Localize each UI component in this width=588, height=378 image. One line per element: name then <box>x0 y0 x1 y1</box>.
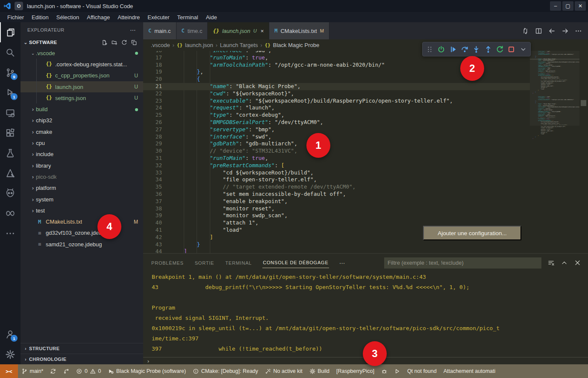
breadcrumb-item[interactable]: Launch Targets <box>220 42 258 48</box>
arrow-right-icon[interactable] <box>562 27 569 35</box>
section-header-software[interactable]: ⌄ SOFTWARE <box>21 37 143 47</box>
breadcrumb-item[interactable]: Black Magic Probe <box>273 42 319 48</box>
activity-extensions[interactable] <box>0 123 21 143</box>
debug-stop-button[interactable] <box>506 44 517 55</box>
refresh-icon[interactable] <box>121 39 127 46</box>
section-header-chronologie[interactable]: ›CHRONOLOGIE <box>21 354 143 364</box>
code-line-29[interactable]: 29 "gdbPath": "gdb-multiarch", <box>143 140 530 148</box>
menu-exécuter[interactable]: Exécuter <box>144 14 173 21</box>
menu-affichage[interactable]: Affichage <box>83 14 114 21</box>
menu-atteindre[interactable]: Atteindre <box>114 14 144 21</box>
code-line-43[interactable]: 43 } <box>143 241 530 248</box>
filter-list-icon[interactable] <box>547 259 555 266</box>
status-debug-target[interactable] <box>378 368 391 375</box>
breadcrumb-item[interactable]: launch.json <box>185 42 213 48</box>
open-changes-icon[interactable] <box>522 27 529 35</box>
tree-item-gd32vf103-ozone-jdebug[interactable]: ≡gd32vf103_ozone.jdebug <box>21 227 143 239</box>
activity-remote-explorer[interactable] <box>0 103 21 123</box>
code-editor[interactable]: 16 "interface": "swd",17 "runToMain": tr… <box>143 51 588 253</box>
tree-item-chip32[interactable]: ›chip32 <box>21 115 143 126</box>
status-sync[interactable] <box>47 368 60 375</box>
status-build-button[interactable]: Build <box>306 368 333 375</box>
breadcrumb-item[interactable]: .vscode <box>151 42 170 48</box>
menu-sélection[interactable]: Sélection <box>53 14 83 21</box>
close-tab-icon[interactable]: × <box>261 28 264 34</box>
panel-tab-probl-mes[interactable]: PROBLÈMES <box>151 258 184 268</box>
status-git-graph[interactable] <box>60 368 73 375</box>
debug-console-output[interactable]: Breakpoint 1, main () at /mnt/data/git/o… <box>143 272 588 357</box>
minimize-button[interactable]: – <box>550 1 561 11</box>
debug-step-over-button[interactable] <box>459 44 470 55</box>
activity-accounts[interactable]: 1 <box>0 324 21 344</box>
code-line-39[interactable]: 39 "monitor swdp_scan", <box>143 212 530 219</box>
activity-explorer[interactable] <box>0 22 21 42</box>
tab-launch.json[interactable]: {}launch.jsonU× <box>208 22 269 39</box>
debug-reset-power-button[interactable] <box>436 44 447 55</box>
code-line-23[interactable]: 23 "executable": "${workspaceRoot}/build… <box>143 97 530 105</box>
debug-restart-button[interactable] <box>494 44 505 55</box>
activity-source-control[interactable]: 9 <box>0 62 21 83</box>
tree-item-samd21-ozone-jdebug[interactable]: ≡samd21_ozone.jdebug <box>21 239 143 250</box>
code-line-35[interactable]: 35 // "target extended-remote /dev/ttyAC… <box>143 183 530 191</box>
code-line-26[interactable]: 26 "BMPGDBSerialPort": "/dev/ttyACM0", <box>143 119 530 126</box>
status-build-target[interactable]: [RaspberryPico] <box>333 368 378 374</box>
code-line-21[interactable]: 21 "name": "Black Magic Probe", <box>143 83 530 90</box>
more-dots-icon[interactable] <box>575 27 582 35</box>
code-line-36[interactable]: 36 "set mem inaccessible-by-default off"… <box>143 191 530 198</box>
tree-item--vscode[interactable]: ⌄.vscode <box>21 47 143 59</box>
status-auto-attach[interactable]: Attachement automati <box>440 368 499 374</box>
status-launch-target[interactable] <box>391 368 404 375</box>
panel-more-icon[interactable]: ⋯ <box>339 260 346 266</box>
chevron-up-icon[interactable] <box>561 259 568 266</box>
debug-more-debug-button[interactable] <box>518 44 529 55</box>
close-icon[interactable] <box>574 259 581 266</box>
tree-item-build[interactable]: ›build <box>21 103 143 115</box>
activity-testing[interactable] <box>0 143 21 163</box>
status-debug-session[interactable]: Black Magic Probe (software) <box>104 368 189 375</box>
new-folder-icon[interactable] <box>111 39 118 46</box>
activity-search[interactable] <box>0 42 21 62</box>
tab-cmakelists.txt[interactable]: MCMakeLists.txtM <box>269 22 329 39</box>
code-line-34[interactable]: 34 "file open-story-teller.elf", <box>143 176 530 183</box>
tree-item-settings-json[interactable]: {}settings.jsonU <box>21 92 143 103</box>
code-line-38[interactable]: 38 "monitor reset", <box>143 205 530 213</box>
status-active-kit[interactable]: No active kit <box>262 368 306 375</box>
section-header-structure[interactable]: ›STRUCTURE <box>21 343 143 354</box>
new-file-icon[interactable] <box>101 39 108 46</box>
tree-item-pico-sdk[interactable]: ›pico-sdk <box>21 171 143 182</box>
tab-time.c[interactable]: Ctime.c <box>176 22 208 39</box>
tree-item--cortex-debug-registers-stat-[interactable]: {}.cortex-debug.registers.stat... <box>21 59 143 70</box>
code-line-24[interactable]: 24 "request": "launch", <box>143 104 530 112</box>
add-configuration-button[interactable]: Ajouter une configuration... <box>423 226 521 240</box>
status-git-branch[interactable]: main* <box>18 368 47 375</box>
tree-item-test[interactable]: ›test <box>21 205 143 216</box>
tree-item-cmakelists-txt[interactable]: MCMakeLists.txtM <box>21 216 143 227</box>
editor-scrollbar[interactable] <box>579 51 588 253</box>
activity-platformio[interactable] <box>0 183 21 203</box>
tree-item-system[interactable]: ›system <box>21 194 143 205</box>
maximize-button[interactable]: ▢ <box>562 1 573 11</box>
panel-tab-terminal[interactable]: TERMINAL <box>225 258 252 268</box>
menu-aide[interactable]: Aide <box>202 14 221 21</box>
status-cmake-status[interactable]: CMake: [Debug]: Ready <box>189 368 262 375</box>
menu-edition[interactable]: Edition <box>28 14 53 21</box>
menu-fichier[interactable]: Fichier <box>3 14 28 21</box>
collapse-all-icon[interactable] <box>131 39 137 46</box>
tree-item-include[interactable]: ›include <box>21 149 143 160</box>
activity-run-and-debug[interactable]: 1 <box>0 83 21 103</box>
panel-tab-sortie[interactable]: SORTIE <box>194 258 215 268</box>
split-editor-icon[interactable] <box>535 27 542 35</box>
tree-item-platform[interactable]: ›platform <box>21 183 143 194</box>
tree-item-cmake[interactable]: ›cmake <box>21 126 143 137</box>
tab-main.c[interactable]: Cmain.c <box>143 22 176 39</box>
code-line-28[interactable]: 28 "interface": "swd", <box>143 133 530 141</box>
remote-indicator[interactable]: >< <box>0 364 18 378</box>
menu-terminal[interactable]: Terminal <box>173 14 202 21</box>
activity-infinity-ext[interactable] <box>0 203 21 223</box>
status-problems[interactable]: 00 <box>73 368 104 375</box>
code-line-31[interactable]: 31 "runToMain": true, <box>143 155 530 162</box>
panel-tab-console-de-d-bogage[interactable]: CONSOLE DE DÉBOGAGE <box>262 257 329 268</box>
code-line-22[interactable]: 22 "cwd": "${workspaceRoot}", <box>143 90 530 97</box>
tree-item-launch-json[interactable]: {}launch.jsonU <box>21 81 143 92</box>
close-button[interactable]: ✕ <box>575 1 586 11</box>
